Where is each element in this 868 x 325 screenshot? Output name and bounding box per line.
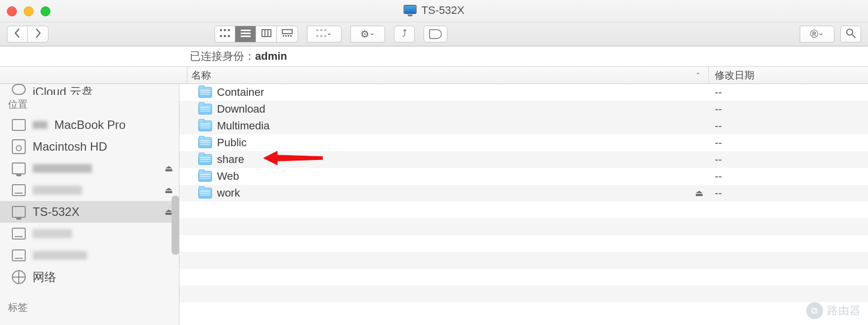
action-button-group (350, 26, 385, 42)
arrange-button-group (307, 26, 342, 42)
sidebar-item-network[interactable]: 网络 (0, 266, 179, 288)
share-icon (402, 29, 407, 40)
svg-rect-6 (241, 30, 251, 31)
monitor-icon (12, 206, 26, 218)
folder-icon (198, 188, 212, 199)
view-columns-button[interactable] (256, 26, 277, 42)
column-date[interactable]: 修改日期 (709, 67, 868, 83)
file-date: -- (709, 103, 868, 116)
folder-icon (198, 137, 212, 148)
gallery-icon (282, 29, 293, 40)
sidebar-item-label: Macintosh HD (33, 140, 107, 154)
svg-rect-3 (220, 35, 222, 37)
file-date: -- (709, 136, 868, 149)
list-item[interactable]: Web -- (179, 168, 868, 185)
sidebar-scrollbar[interactable] (172, 196, 179, 255)
file-list: Container -- Download -- Multimedia -- P… (179, 84, 868, 325)
svg-rect-14 (285, 35, 287, 37)
eject-icon[interactable]: ⏏ (165, 163, 173, 174)
svg-rect-12 (282, 30, 292, 34)
columns-icon (261, 29, 271, 40)
svg-line-24 (852, 35, 855, 38)
sidebar-item-label: TS-532X (33, 205, 80, 219)
drive-icon (12, 228, 26, 240)
list-item[interactable]: share -- (179, 151, 868, 168)
globe-icon (12, 270, 26, 284)
file-name: Web (217, 170, 239, 183)
view-icons-button[interactable] (215, 26, 235, 42)
svg-rect-22 (324, 35, 326, 37)
svg-rect-4 (224, 35, 226, 37)
sidebar-item-macintosh-hd[interactable]: Macintosh HD (0, 136, 179, 158)
sort-caret-icon: ⌃ (695, 72, 700, 79)
share-button[interactable] (394, 26, 415, 42)
svg-rect-17 (316, 29, 318, 31)
svg-rect-20 (316, 35, 318, 37)
search-icon (846, 28, 856, 41)
action-button[interactable] (350, 26, 385, 42)
sidebar-item-drive-3[interactable] (0, 244, 179, 266)
window-title: TS-532X (404, 4, 465, 17)
minimize-icon[interactable] (24, 6, 34, 16)
maximize-icon[interactable] (41, 6, 50, 16)
svg-point-23 (847, 29, 853, 35)
file-date: -- (709, 153, 868, 166)
arrange-icon (316, 29, 326, 40)
view-list-button[interactable] (235, 26, 256, 42)
sidebar-item-server-1[interactable]: ⏏ (0, 158, 179, 179)
sidebar-item-macbook[interactable]: MacBook Pro (0, 114, 179, 136)
sidebar-item-drive-1[interactable]: ⏏ (0, 179, 179, 201)
list-item[interactable]: Download -- (179, 101, 868, 118)
sidebar-item-drive-2[interactable] (0, 223, 179, 244)
svg-rect-1 (224, 29, 226, 31)
dropdown-button[interactable] (800, 26, 834, 42)
sidebar-heading-tags: 标签 (0, 298, 179, 317)
svg-rect-16 (290, 35, 292, 37)
file-name: Public (217, 136, 247, 149)
tag-icon (429, 29, 442, 39)
sidebar-item-icloud[interactable]: iCloud 云盘 (0, 84, 179, 95)
sidebar-heading-locations: 位置 (0, 95, 179, 114)
file-name: Multimedia (217, 120, 269, 132)
list-item[interactable]: Container -- (179, 84, 868, 101)
svg-rect-15 (288, 35, 289, 37)
toolbar (0, 22, 868, 46)
sidebar: iCloud 云盘 位置 MacBook Pro Macintosh HD ⏏ … (0, 84, 179, 325)
folder-icon (198, 171, 212, 182)
eject-icon[interactable]: ⏏ (165, 185, 173, 196)
file-date: -- (709, 187, 868, 200)
search-button[interactable] (840, 26, 861, 42)
status-prefix: 已连接身份： (190, 49, 255, 64)
disk-icon (12, 139, 26, 154)
sidebar-item-label: 网络 (33, 269, 56, 285)
folder-icon (198, 154, 212, 165)
file-name: share (217, 153, 244, 166)
monitor-icon (12, 162, 26, 174)
list-item[interactable]: Public -- (179, 134, 868, 151)
chevron-left-icon (13, 28, 21, 41)
grid-icon (220, 29, 230, 40)
chevron-right-icon (34, 28, 42, 41)
forward-button[interactable] (28, 26, 48, 42)
svg-rect-2 (228, 29, 230, 31)
list-item[interactable]: work ⏏ -- (179, 185, 868, 202)
file-date: -- (709, 170, 868, 183)
folder-icon (198, 121, 212, 131)
arrange-button[interactable] (307, 26, 342, 42)
svg-rect-18 (320, 29, 322, 31)
back-button[interactable] (7, 26, 28, 42)
svg-rect-0 (220, 29, 222, 31)
file-name: work (217, 187, 240, 200)
sidebar-item-ts532x[interactable]: TS-532X ⏏ (0, 201, 179, 223)
window-title-text: TS-532X (422, 4, 465, 17)
eject-icon[interactable]: ⏏ (689, 188, 709, 199)
view-gallery-button[interactable] (277, 26, 298, 42)
column-name[interactable]: 名称 ⌃ (187, 67, 709, 83)
list-item[interactable]: Multimedia -- (179, 118, 868, 134)
title-bar: TS-532X (0, 0, 868, 22)
tags-button[interactable] (424, 26, 447, 42)
close-icon[interactable] (7, 6, 17, 16)
svg-rect-7 (241, 33, 251, 34)
file-date: -- (709, 120, 868, 132)
svg-rect-13 (283, 35, 284, 37)
